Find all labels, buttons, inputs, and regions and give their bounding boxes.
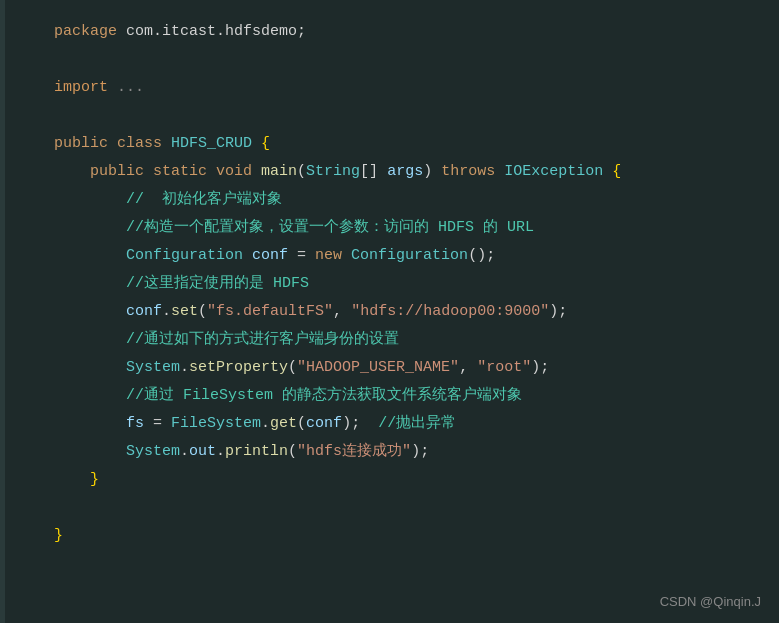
line-conf-set: conf.set("fs.defaultFS", "hdfs://hadoop0… (8, 298, 759, 326)
line-comment2: //构造一个配置对象，设置一个参数：访问的 HDFS 的 URL (8, 214, 759, 242)
line-blank (8, 46, 759, 74)
line-blank2 (8, 102, 759, 130)
watermark: CSDN @Qinqin.J (660, 594, 761, 609)
line-system-setproperty: System.setProperty("HADOOP_USER_NAME", "… (8, 354, 759, 382)
line-comment4: //通过如下的方式进行客户端身份的设置 (8, 326, 759, 354)
code-area: package com.itcast.hdfsdemo; import ... … (0, 10, 779, 558)
line-system-println: System.out.println("hdfs连接成功"); (8, 438, 759, 466)
code-editor: package com.itcast.hdfsdemo; import ... … (0, 0, 779, 623)
line-class: public class HDFS_CRUD { (8, 130, 759, 158)
line-blank3 (8, 494, 759, 522)
line-comment3: //这里指定使用的是 HDFS (8, 270, 759, 298)
line-close-main: } (8, 466, 759, 494)
line-main: public static void main(String[] args) t… (8, 158, 759, 186)
line-close-class: } (8, 522, 759, 550)
line-package: package com.itcast.hdfsdemo; (8, 18, 759, 46)
line-conf-decl: Configuration conf = new Configuration()… (8, 242, 759, 270)
line-comment1: // 初始化客户端对象 (8, 186, 759, 214)
line-fs-get: fs = FileSystem.get(conf); //抛出异常 (8, 410, 759, 438)
line-import: import ... (8, 74, 759, 102)
line-comment5: //通过 FileSystem 的静态方法获取文件系统客户端对象 (8, 382, 759, 410)
